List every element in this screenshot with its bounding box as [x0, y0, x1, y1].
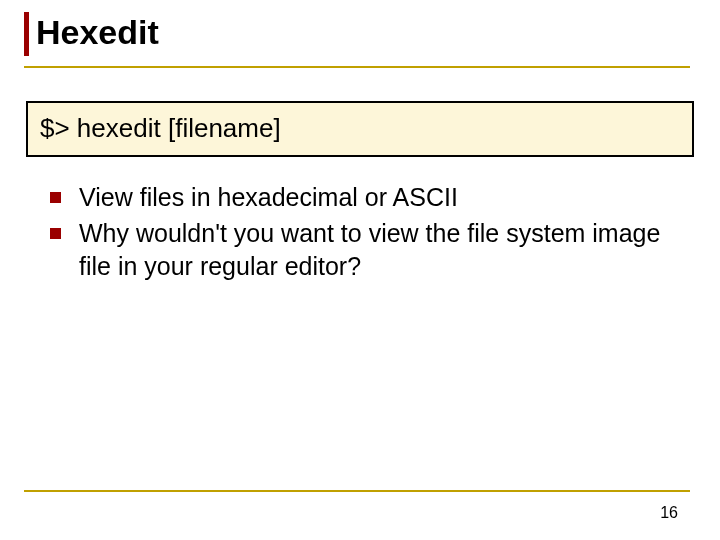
- page-number: 16: [660, 504, 678, 522]
- bullet-text: View files in hexadecimal or ASCII: [79, 181, 694, 214]
- list-item: View files in hexadecimal or ASCII: [26, 181, 694, 214]
- slide: Hexedit $> hexedit [filename] View files…: [0, 0, 720, 540]
- slide-title: Hexedit: [36, 14, 720, 51]
- command-box: $> hexedit [filename]: [26, 101, 694, 156]
- command-text: $> hexedit [filename]: [40, 113, 281, 143]
- bullet-text: Why wouldn't you want to view the file s…: [79, 217, 694, 282]
- bullet-list: View files in hexadecimal or ASCII Why w…: [26, 181, 694, 283]
- square-bullet-icon: [50, 228, 61, 239]
- title-block: Hexedit: [0, 0, 720, 61]
- square-bullet-icon: [50, 192, 61, 203]
- footer-underline: [24, 490, 690, 492]
- title-accent-bar: [24, 12, 29, 56]
- list-item: Why wouldn't you want to view the file s…: [26, 217, 694, 282]
- title-underline: [24, 66, 690, 68]
